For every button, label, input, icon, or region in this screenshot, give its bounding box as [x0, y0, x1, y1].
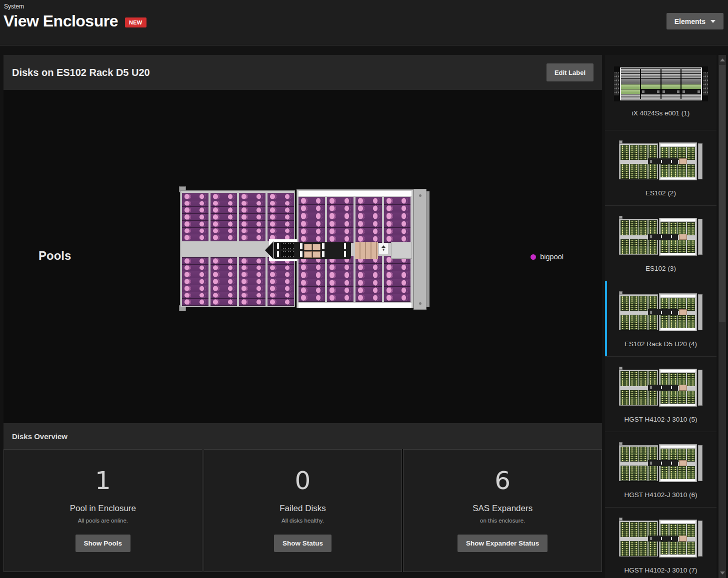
disk-slot[interactable] — [210, 271, 237, 278]
disk-slot[interactable] — [182, 271, 208, 278]
disk-slot[interactable] — [327, 197, 354, 204]
disk-slot[interactable] — [327, 294, 354, 301]
disk-slot[interactable] — [384, 279, 410, 286]
disk-slot[interactable] — [182, 285, 208, 292]
disk-slot[interactable] — [384, 220, 410, 227]
disk-slot[interactable] — [298, 279, 325, 286]
sidebar-scrollbar[interactable] — [718, 55, 726, 578]
scroll-up-icon[interactable] — [718, 55, 726, 65]
disk-slot[interactable] — [356, 271, 382, 278]
disk-slot[interactable] — [268, 207, 294, 213]
show-status-button[interactable]: Show Status — [274, 535, 332, 552]
disk-slot[interactable] — [327, 228, 354, 235]
disk-slot[interactable] — [356, 212, 382, 219]
disk-slot[interactable] — [384, 205, 410, 212]
disk-slot[interactable] — [239, 228, 266, 234]
disk-slot[interactable] — [327, 279, 354, 286]
disk-slot[interactable] — [268, 221, 294, 227]
disk-slot[interactable] — [210, 200, 237, 207]
disk-slot[interactable] — [182, 265, 208, 271]
disk-slot[interactable] — [298, 271, 325, 278]
sidebar-item-7[interactable]: HGST H4102-J 3010 (7) — [605, 508, 716, 578]
disk-slot[interactable] — [268, 214, 294, 220]
disk-slot[interactable] — [268, 228, 294, 234]
sidebar-item-2[interactable]: ES102 (2) — [605, 130, 716, 206]
disk-slot[interactable] — [239, 207, 266, 213]
disk-slot[interactable] — [298, 294, 325, 301]
disk-slot[interactable] — [182, 221, 208, 227]
disk-slot[interactable] — [182, 278, 208, 285]
disk-slot[interactable] — [327, 264, 354, 271]
disk-slot[interactable] — [268, 265, 294, 271]
show-expander-status-button[interactable]: Show Expander Status — [458, 535, 548, 552]
disk-slot[interactable] — [327, 271, 354, 278]
disk-slot[interactable] — [239, 234, 266, 241]
disk-slot[interactable] — [239, 299, 266, 305]
disk-slot[interactable] — [239, 271, 266, 278]
sidebar-item-3[interactable]: ES102 (3) — [605, 206, 716, 281]
disk-slot[interactable] — [239, 221, 266, 227]
disk-slot[interactable] — [298, 287, 325, 294]
disk-slot[interactable] — [239, 278, 266, 285]
disk-slot[interactable] — [182, 258, 208, 264]
disk-slot[interactable] — [298, 212, 325, 219]
disk-slot[interactable] — [210, 258, 237, 264]
disk-slot[interactable] — [298, 228, 325, 235]
disk-slot[interactable] — [327, 287, 354, 294]
disk-slot[interactable] — [210, 292, 237, 299]
disk-slot[interactable] — [384, 287, 410, 294]
disk-slot[interactable] — [298, 264, 325, 271]
disk-slot[interactable] — [298, 205, 325, 212]
scrollbar-thumb[interactable] — [719, 65, 726, 322]
disk-slot[interactable] — [384, 228, 410, 235]
disk-slot[interactable] — [268, 292, 294, 299]
disk-slot[interactable] — [327, 205, 354, 212]
disk-slot[interactable] — [239, 200, 266, 207]
disk-slot[interactable] — [210, 234, 237, 241]
disk-slot[interactable] — [210, 278, 237, 285]
disk-slot[interactable] — [298, 197, 325, 204]
disk-slot[interactable] — [298, 235, 325, 242]
sidebar-item-4[interactable]: ES102 Rack D5 U20 (4) — [605, 281, 716, 357]
disk-slot[interactable] — [327, 235, 354, 242]
disk-slot[interactable] — [239, 193, 266, 200]
disk-slot[interactable] — [182, 234, 208, 241]
disk-slot[interactable] — [268, 200, 294, 207]
disk-slot[interactable] — [210, 193, 237, 200]
disk-slot[interactable] — [182, 299, 208, 305]
disk-slot[interactable] — [356, 235, 382, 242]
disk-slot[interactable] — [268, 193, 294, 200]
disk-slot[interactable] — [384, 197, 410, 204]
disk-slot[interactable] — [384, 235, 410, 242]
disk-slot[interactable] — [356, 279, 382, 286]
disk-slot[interactable] — [268, 271, 294, 278]
show-pools-button[interactable]: Show Pools — [76, 535, 131, 552]
disk-slot[interactable] — [298, 220, 325, 227]
disk-slot[interactable] — [182, 214, 208, 220]
disk-slot[interactable] — [182, 200, 208, 207]
disk-slot[interactable] — [210, 228, 237, 234]
disk-slot[interactable] — [384, 264, 410, 271]
disk-slot[interactable] — [182, 228, 208, 234]
sidebar-item-6[interactable]: HGST H4102-J 3010 (6) — [605, 432, 716, 508]
disk-slot[interactable] — [239, 285, 266, 292]
disk-slot[interactable] — [210, 207, 237, 213]
disk-slot[interactable] — [356, 294, 382, 301]
elements-dropdown-button[interactable]: Elements — [666, 13, 724, 29]
disk-slot[interactable] — [210, 299, 237, 305]
disk-slot[interactable] — [210, 221, 237, 227]
disk-slot[interactable] — [268, 285, 294, 292]
disk-slot[interactable] — [356, 287, 382, 294]
disk-slot[interactable] — [356, 205, 382, 212]
disk-slot[interactable] — [210, 214, 237, 220]
disk-slot[interactable] — [239, 265, 266, 271]
disk-slot[interactable] — [356, 197, 382, 204]
disk-slot[interactable] — [327, 220, 354, 227]
disk-slot[interactable] — [356, 220, 382, 227]
disk-slot[interactable] — [239, 258, 266, 264]
disk-slot[interactable] — [182, 207, 208, 213]
disk-slot[interactable] — [182, 292, 208, 299]
disk-slot[interactable] — [239, 292, 266, 299]
sidebar-item-5[interactable]: HGST H4102-J 3010 (5) — [605, 357, 716, 432]
edit-label-button[interactable]: Edit Label — [546, 63, 594, 81]
